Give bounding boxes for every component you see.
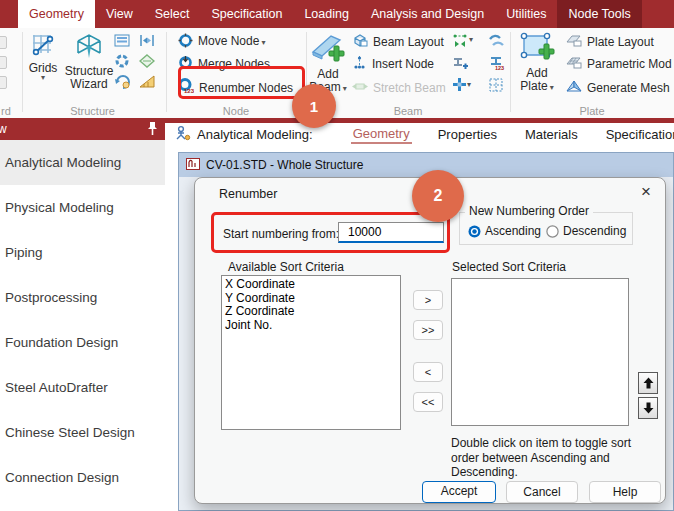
list-item-x-coordinate[interactable]: X Coordinate (225, 278, 400, 292)
workflow-tab-materials[interactable]: Materials (523, 126, 580, 143)
cancel-button[interactable]: Cancel (506, 481, 578, 503)
sort-toggle-note: Double click on item to toggle sort orde… (451, 436, 639, 480)
generate-mesh-icon (566, 79, 582, 97)
close-icon[interactable]: × (637, 182, 655, 202)
annotation-step-2: 2 (412, 170, 464, 222)
workflow-tab-properties[interactable]: Properties (436, 126, 499, 143)
beam-renumber-button[interactable]: 123 (488, 55, 506, 75)
stretch-beam-label: Stretch Beam (373, 80, 446, 96)
move-down-button[interactable] (638, 397, 658, 419)
ribbon-tab-bar: Geometry View Select Specification Loadi… (0, 0, 674, 28)
move-all-right-button[interactable]: >> (413, 320, 443, 340)
chevron-down-icon: ▾ (467, 81, 471, 89)
staad-pro-window: Geometry View Select Specification Loadi… (0, 0, 674, 511)
analytical-modeling-icon (175, 125, 191, 145)
add-plate-button[interactable]: Add Plate (516, 32, 558, 94)
svg-text:123: 123 (495, 65, 504, 71)
zoom-rotate-tool-button[interactable] (114, 73, 131, 94)
sidebar-item-steel-autodrafter[interactable]: Steel AutoDrafter (0, 365, 165, 410)
add-plate-label-2: Plate (520, 80, 553, 94)
workflow-tab-strip: Analytical Modeling: Geometry Properties… (165, 123, 674, 146)
clipped-icon (0, 76, 7, 89)
list-item-joint-no[interactable]: Joint No. (225, 319, 400, 333)
ribbon-tab-utilities[interactable]: Utilities (495, 0, 557, 28)
ribbon-tab-geometry[interactable]: Geometry (18, 0, 95, 28)
pin-icon[interactable] (146, 121, 159, 140)
list-item-z-coordinate[interactable]: Z Coordinate (225, 305, 400, 319)
chevron-down-icon: ▾ (469, 36, 473, 44)
generate-mesh-button[interactable]: Generate Mesh (566, 79, 670, 96)
accept-button[interactable]: Accept (422, 481, 496, 503)
group-separator (22, 32, 23, 112)
sidebar-item-piping[interactable]: Piping (0, 230, 165, 275)
workflow-sidebar: Analytical Modeling Physical Modeling Pi… (0, 140, 165, 511)
selected-criteria-listbox[interactable] (451, 278, 629, 426)
sidebar-item-chinese-steel-design[interactable]: Chinese Steel Design (0, 410, 165, 455)
beam-layout-button[interactable]: Beam Layout (352, 33, 444, 50)
structure-wizard-label-1: Structure (65, 65, 114, 77)
ribbon-tab-specification[interactable]: Specification (201, 0, 294, 28)
sidebar-item-connection-design[interactable]: Connection Design (0, 455, 165, 500)
structure-wizard-label-2: Wizard (70, 78, 107, 90)
arrow-down-icon (643, 402, 654, 414)
move-up-button[interactable] (638, 372, 658, 394)
move-all-left-button[interactable]: << (413, 392, 443, 412)
descending-radio[interactable]: Descending (546, 224, 626, 238)
arrow-up-icon (643, 377, 654, 389)
workflow-label: Analytical Modeling: (197, 127, 313, 142)
structure-wizard-button[interactable]: Structure Wizard (64, 31, 114, 90)
move-node-button[interactable]: Move Node (178, 33, 265, 50)
parametric-model-button[interactable]: Parametric Mod (566, 55, 674, 72)
workflow-tab-specifications[interactable]: Specifications (604, 126, 674, 143)
structure-wizard-icon (73, 31, 105, 64)
dialog-title: Renumber (219, 187, 277, 201)
move-right-button[interactable]: > (413, 290, 443, 310)
help-button[interactable]: Help (589, 481, 661, 503)
stretch-beam-icon (352, 79, 368, 97)
radio-checked-icon (468, 225, 481, 238)
available-criteria-listbox[interactable]: X Coordinate Y Coordinate Z Coordinate J… (221, 275, 401, 430)
annotation-rect-renumber-nodes (178, 66, 305, 99)
plane-tool-button[interactable] (139, 53, 155, 73)
ribbon-tab-node-tools[interactable]: Node Tools (557, 0, 641, 28)
ascending-radio[interactable]: Ascending (468, 224, 541, 238)
sidebar-item-postprocessing[interactable]: Postprocessing (0, 275, 165, 320)
descending-label: Descending (563, 224, 626, 238)
chevron-down-icon: ▾ (41, 74, 45, 82)
ribbon-tab-analysis-and-design[interactable]: Analysis and Design (360, 0, 495, 28)
beam-twist-button[interactable] (488, 33, 505, 53)
beam-layout-icon (352, 33, 368, 51)
add-plate-icon (519, 32, 555, 66)
ruler-tool-button[interactable] (139, 73, 156, 93)
grids-button[interactable]: Grids ▾ (25, 32, 61, 82)
plate-group-label: Plate (510, 105, 674, 117)
structure-group-label: Structure (25, 105, 160, 117)
plate-layout-button[interactable]: Plate Layout (566, 33, 654, 50)
plate-layout-icon (566, 33, 582, 50)
insert-node-label: Insert Node (372, 56, 434, 72)
model-window-icon[interactable] (186, 158, 200, 173)
sidebar-item-analytical-modeling[interactable]: Analytical Modeling (0, 140, 165, 185)
ribbon-tab-select[interactable]: Select (144, 0, 201, 28)
workflow-panel-title: w (0, 122, 7, 136)
ribbon-tab-loading[interactable]: Loading (293, 0, 360, 28)
move-left-button[interactable]: < (413, 362, 443, 382)
beam-connect-button[interactable]: ▾ (452, 33, 473, 47)
sidebar-item-foundation-design[interactable]: Foundation Design (0, 320, 165, 365)
insert-node-button[interactable]: Insert Node (352, 55, 434, 72)
beam-move-button[interactable]: ▾ (452, 77, 471, 92)
stretch-beam-button: Stretch Beam (352, 79, 446, 96)
workflow-tab-geometry[interactable]: Geometry (351, 125, 412, 144)
plate-layout-label: Plate Layout (587, 34, 654, 50)
ribbon-tab-view[interactable]: View (95, 0, 144, 28)
list-item-y-coordinate[interactable]: Y Coordinate (225, 292, 400, 306)
expand-tool-button[interactable] (139, 33, 155, 52)
target-tool-button[interactable] (114, 53, 130, 73)
sidebar-item-physical-modeling[interactable]: Physical Modeling (0, 185, 165, 230)
group-separator (510, 32, 511, 112)
stripes-tool-button[interactable] (114, 33, 130, 52)
beam-add-button[interactable] (452, 55, 468, 75)
beam-grid-button[interactable] (488, 77, 504, 97)
move-node-icon (178, 33, 193, 51)
workflow-panel-header: w (0, 118, 165, 140)
